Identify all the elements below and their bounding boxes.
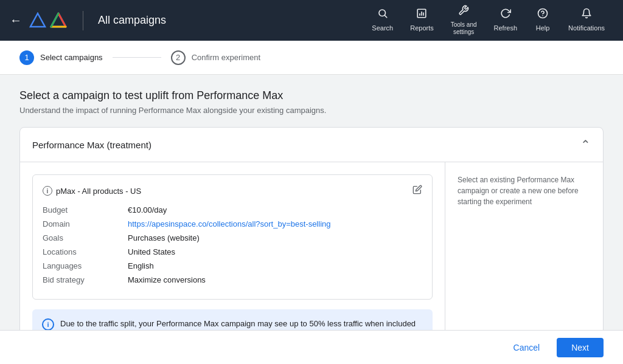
value-domain: https://apesinspace.co/collections/all?s… bbox=[128, 219, 331, 228]
step-1-number: 1 bbox=[19, 50, 34, 65]
chevron-up-icon[interactable]: ⌃ bbox=[580, 137, 591, 152]
nav-tools-button[interactable]: Tools and settings bbox=[442, 0, 486, 41]
stepper-bar: 1 Select campaigns 2 Confirm experiment bbox=[0, 41, 623, 75]
next-button[interactable]: Next bbox=[557, 338, 604, 357]
card-body: i pMax - All products - US Budget bbox=[20, 162, 603, 330]
refresh-label: Refresh bbox=[494, 24, 518, 32]
reports-icon bbox=[416, 8, 427, 22]
value-locations: United States bbox=[128, 247, 175, 256]
detail-row-locations: Locations United States bbox=[43, 247, 422, 256]
step-1: 1 Select campaigns bbox=[19, 50, 103, 65]
value-goals: Purchases (website) bbox=[128, 233, 200, 242]
main-content: Select a campaign to test uplift from Pe… bbox=[0, 75, 623, 330]
tools-icon bbox=[458, 5, 469, 19]
step-2-number: 2 bbox=[171, 50, 186, 65]
nav-divider bbox=[83, 11, 83, 30]
info-box-icon: i bbox=[42, 318, 54, 330]
refresh-icon bbox=[500, 8, 511, 22]
label-languages: Languages bbox=[43, 261, 128, 270]
nav-reports-button[interactable]: Reports bbox=[402, 3, 442, 37]
campaign-box: i pMax - All products - US Budget bbox=[32, 174, 433, 300]
detail-row-domain: Domain https://apesinspace.co/collection… bbox=[43, 219, 422, 228]
nav-notifications-button[interactable]: Notifications bbox=[560, 3, 613, 37]
campaign-hint: Select an existing Performance Max campa… bbox=[445, 162, 603, 330]
nav-left: ← All campaigns bbox=[10, 11, 363, 30]
svg-marker-0 bbox=[30, 13, 45, 27]
nav-refresh-button[interactable]: Refresh bbox=[486, 3, 526, 37]
value-budget: €10.00/day bbox=[128, 205, 167, 215]
label-bid-strategy: Bid strategy bbox=[43, 275, 128, 284]
logo-triangle bbox=[49, 11, 68, 30]
edit-icon[interactable] bbox=[412, 185, 422, 197]
back-button[interactable]: ← bbox=[10, 13, 22, 27]
campaign-section: i pMax - All products - US Budget bbox=[20, 162, 445, 330]
info-box-text: Due to the traffic split, your Performan… bbox=[60, 318, 423, 330]
step-1-label: Select campaigns bbox=[40, 53, 103, 62]
logo-icon bbox=[29, 12, 46, 29]
page-title: Select a campaign to test uplift from Pe… bbox=[19, 89, 604, 102]
step-2-label: Confirm experiment bbox=[192, 53, 260, 62]
tools-label: Tools and settings bbox=[451, 21, 477, 36]
page-title-nav: All campaigns bbox=[98, 14, 166, 27]
campaign-name-row: i pMax - All products - US bbox=[43, 185, 422, 197]
detail-row-budget: Budget €10.00/day bbox=[43, 205, 422, 215]
search-label: Search bbox=[372, 24, 393, 32]
cancel-button[interactable]: Cancel bbox=[504, 338, 550, 357]
info-box: i Due to the traffic split, your Perform… bbox=[32, 309, 433, 330]
nav-help-button[interactable]: Help bbox=[526, 3, 560, 37]
help-icon bbox=[537, 8, 548, 22]
nav-right: Search Reports Tools and settings bbox=[363, 0, 613, 41]
nav-search-button[interactable]: Search bbox=[363, 3, 402, 37]
notifications-icon bbox=[581, 8, 592, 22]
detail-row-bid-strategy: Bid strategy Maximize conversions bbox=[43, 275, 422, 284]
performance-max-card: Performance Max (treatment) ⌃ i pMax - A… bbox=[19, 127, 604, 330]
google-ads-logo bbox=[29, 11, 68, 30]
value-languages: English bbox=[128, 261, 154, 270]
top-navigation: ← All campaigns bbox=[0, 0, 623, 41]
step-connector bbox=[113, 57, 161, 58]
bottom-bar: Cancel Next bbox=[0, 330, 623, 364]
search-icon bbox=[377, 8, 388, 22]
svg-line-3 bbox=[385, 16, 386, 18]
card-header-title: Performance Max (treatment) bbox=[32, 140, 151, 150]
campaign-info-icon: i bbox=[43, 186, 52, 196]
label-budget: Budget bbox=[43, 205, 128, 215]
page-subtitle: Understand the impact of running Perform… bbox=[19, 106, 604, 115]
campaign-name-text: pMax - All products - US bbox=[56, 187, 141, 196]
value-bid-strategy: Maximize conversions bbox=[128, 275, 206, 284]
detail-row-languages: Languages English bbox=[43, 261, 422, 270]
notifications-label: Notifications bbox=[568, 24, 605, 32]
label-goals: Goals bbox=[43, 233, 128, 242]
campaign-name: i pMax - All products - US bbox=[43, 186, 141, 196]
card-header: Performance Max (treatment) ⌃ bbox=[20, 128, 603, 162]
label-domain: Domain bbox=[43, 219, 128, 228]
step-2: 2 Confirm experiment bbox=[171, 50, 260, 65]
help-label: Help bbox=[536, 24, 550, 32]
detail-row-goals: Goals Purchases (website) bbox=[43, 233, 422, 242]
reports-label: Reports bbox=[410, 24, 434, 32]
label-locations: Locations bbox=[43, 247, 128, 256]
